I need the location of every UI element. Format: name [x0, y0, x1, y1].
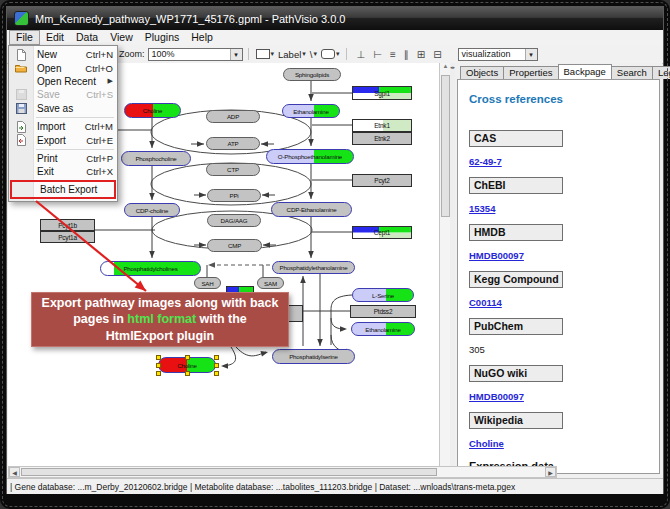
scrollbar-thumb[interactable]	[441, 75, 450, 217]
xref-source-header: HMDB	[469, 224, 563, 241]
file-menu: NewCtrl+NOpenCtrl+OOpen Recent▶SaveCtrl+…	[8, 45, 118, 202]
cross-references-heading: Cross references	[469, 93, 659, 105]
stack-vertical-icon[interactable]: ≡	[386, 49, 400, 60]
label-tool-text: Label	[278, 49, 301, 60]
menu-item-label: Save	[33, 89, 86, 100]
chevron-down-icon[interactable]: ▾	[302, 50, 306, 58]
xref-section-wikipedia: WikipediaCholine	[469, 412, 659, 459]
file-menu-item-save[interactable]: SaveCtrl+S	[9, 88, 117, 101]
menu-shortcut: Ctrl+E	[86, 135, 113, 146]
menu-shortcut: Ctrl+O	[85, 63, 113, 74]
scroll-up-icon[interactable]: ▲	[443, 63, 449, 69]
file-menu-item-save-as[interactable]: Save as	[9, 102, 117, 115]
xref-link[interactable]: HMDB00097	[469, 392, 524, 402]
file-menu-item-import[interactable]: ImportCtrl+M	[9, 120, 117, 133]
scroll-right-icon[interactable]: ▶	[545, 467, 556, 477]
menu-file[interactable]: File	[9, 30, 40, 45]
gene-tool-button[interactable]: ▾	[254, 48, 277, 60]
chevron-down-icon[interactable]: ▾	[271, 50, 275, 58]
line-tool-icon: \	[310, 49, 313, 60]
xref-source-header: Wikipedia	[469, 412, 563, 429]
menu-shortcut: Ctrl+S	[86, 89, 113, 100]
toolbar-separator	[346, 48, 347, 60]
chevron-down-icon[interactable]: ▾	[336, 50, 340, 58]
line-tool-button[interactable]: \ ▾	[308, 48, 319, 61]
layout-icon[interactable]: ⊟	[429, 49, 445, 60]
menu-help[interactable]: Help	[185, 31, 219, 44]
file-menu-item-exit[interactable]: ExitCtrl+X	[9, 165, 117, 178]
zoom-combobox[interactable]: 100% ▾	[148, 48, 243, 61]
chevron-down-icon[interactable]: ▾	[313, 50, 317, 58]
menu-separator	[36, 149, 114, 150]
new-document-icon	[9, 49, 33, 61]
save-as-icon	[9, 103, 33, 114]
xref-section-kegg-compound: Kegg CompoundC00114	[469, 271, 659, 318]
toolbar-icon-group: ⊥⊢≡∥⊞⊟	[352, 49, 445, 60]
file-menu-item-open-recent[interactable]: Open Recent▶	[9, 75, 117, 88]
xref-link[interactable]: 62-49-7	[469, 157, 502, 167]
file-menu-item-open[interactable]: OpenCtrl+O	[9, 61, 117, 74]
save-icon	[9, 89, 33, 100]
open-folder-icon	[9, 63, 33, 73]
menu-view[interactable]: View	[104, 31, 139, 44]
file-menu-item-batch-export[interactable]: Batch Export	[10, 180, 116, 199]
menu-item-label: Print	[33, 153, 86, 164]
menu-bar: FileEditDataViewPluginsHelp	[7, 30, 663, 46]
side-panel: ObjectsPropertiesBackpageSearchLegend Cr…	[455, 63, 662, 476]
xref-link[interactable]: Choline	[469, 439, 504, 449]
xref-value: 305	[469, 345, 485, 355]
menu-plugins[interactable]: Plugins	[139, 31, 185, 44]
scrollbar-thumb[interactable]	[21, 468, 437, 476]
window-title: Mm_Kennedy_pathway_WP1771_45176.gpml - P…	[35, 13, 345, 25]
menu-item-label: Open Recent	[33, 76, 108, 87]
title-bar[interactable]: Mm_Kennedy_pathway_WP1771_45176.gpml - P…	[7, 7, 663, 30]
side-panel-tabs: ObjectsPropertiesBackpageSearchLegend	[460, 64, 660, 79]
submenu-arrow-icon: ▶	[108, 77, 113, 85]
screenshot-frame: Mm_Kennedy_pathway_WP1771_45176.gpml - P…	[0, 0, 670, 509]
menu-item-label: Import	[33, 121, 85, 132]
file-menu-item-export[interactable]: ExportCtrl+E	[9, 133, 117, 146]
align-center-icon[interactable]: ⊥	[352, 49, 369, 60]
menu-item-label: Export	[33, 135, 86, 146]
gene-node-icon	[256, 49, 270, 59]
xref-source-header: ChEBI	[469, 177, 563, 194]
tab-search[interactable]: Search	[611, 66, 653, 79]
table-icon[interactable]: ⊞	[413, 49, 429, 60]
scroll-left-icon[interactable]: ◀	[9, 467, 20, 477]
file-menu-item-new[interactable]: NewCtrl+N	[9, 48, 117, 61]
xref-link[interactable]: 15354	[469, 204, 495, 214]
xref-link[interactable]: C00114	[469, 298, 502, 308]
menu-separator	[36, 117, 114, 118]
backpage-panel: Cross references CAS62-49-7ChEBI15354HMD…	[457, 79, 660, 474]
menu-item-label: Exit	[33, 166, 86, 177]
stack-horizontal-icon[interactable]: ∥	[400, 49, 413, 60]
canvas-horizontal-scrollbar[interactable]: ◀ ▶	[8, 466, 557, 478]
menu-data[interactable]: Data	[70, 31, 104, 44]
visualization-combobox[interactable]: visualization ▾	[458, 48, 538, 61]
tab-properties[interactable]: Properties	[503, 66, 558, 79]
file-menu-item-print[interactable]: PrintCtrl+P	[9, 152, 117, 165]
menu-item-label: Open	[33, 63, 85, 74]
chevron-down-icon[interactable]: ▾	[525, 49, 537, 60]
menu-shortcut: Ctrl+P	[86, 153, 113, 164]
align-left-icon[interactable]: ⊢	[369, 49, 386, 60]
visualization-value: visualization	[459, 49, 525, 59]
menu-shortcut: Ctrl+X	[86, 166, 113, 177]
menu-item-label: Save as	[33, 103, 113, 114]
import-icon	[9, 121, 33, 133]
tab-legend[interactable]: Legend	[652, 66, 670, 79]
tab-backpage[interactable]: Backpage	[558, 64, 612, 79]
menu-item-label: Batch Export	[36, 184, 110, 195]
menu-shortcut: Ctrl+M	[85, 121, 113, 132]
status-text: | Gene database: ...m_Derby_20120602.bri…	[10, 482, 515, 492]
menu-edit[interactable]: Edit	[40, 31, 70, 44]
xref-source-header: NuGO wiki	[469, 365, 563, 382]
zoom-label: Zoom:	[119, 49, 145, 59]
label-tool-button[interactable]: Label ▾	[276, 48, 308, 61]
tab-objects[interactable]: Objects	[460, 66, 504, 79]
toolbar-separator	[248, 48, 249, 60]
xref-source-header: PubChem	[469, 318, 563, 335]
shape-tool-button[interactable]: ▾	[319, 48, 342, 60]
xref-link[interactable]: HMDB00097	[469, 251, 524, 261]
chevron-down-icon[interactable]: ▾	[230, 49, 242, 60]
